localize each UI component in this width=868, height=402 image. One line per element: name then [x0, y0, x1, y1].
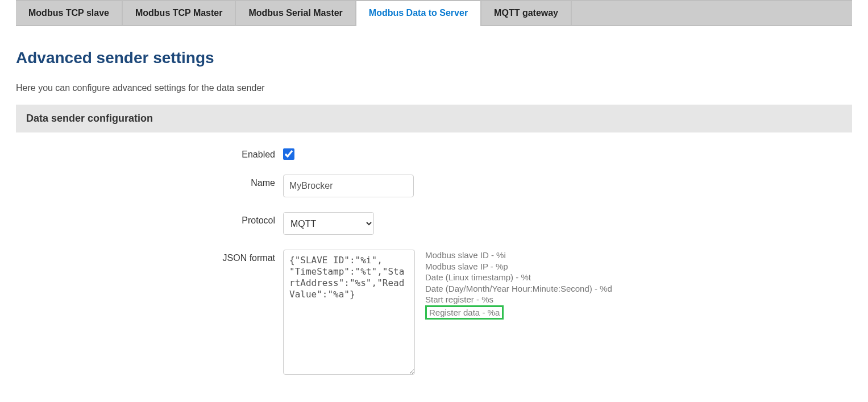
tab-modbus-tcp-slave[interactable]: Modbus TCP slave — [16, 1, 123, 25]
tab-strip: Modbus TCP slave Modbus TCP Master Modbu… — [16, 0, 852, 26]
page-title: Advanced sender settings — [16, 49, 852, 67]
tab-mqtt-gateway[interactable]: MQTT gateway — [481, 1, 572, 25]
hint-start-reg: Start register - %s — [425, 294, 612, 305]
json-format-textarea[interactable] — [283, 250, 415, 375]
tab-modbus-tcp-master[interactable]: Modbus TCP Master — [123, 1, 236, 25]
hint-slave-ip: Modbus slave IP - %p — [425, 261, 612, 272]
hint-slave-id: Modbus slave ID - %i — [425, 250, 612, 261]
name-label: Name — [16, 175, 283, 188]
tab-spacer — [572, 1, 852, 25]
enabled-checkbox[interactable] — [283, 148, 294, 160]
page-description: Here you can configure advanced settings… — [16, 83, 852, 93]
row-protocol: Protocol MQTT — [16, 212, 852, 235]
protocol-select[interactable]: MQTT — [283, 212, 374, 235]
json-format-hints: Modbus slave ID - %i Modbus slave IP - %… — [425, 250, 612, 320]
json-format-label: JSON format — [16, 250, 283, 263]
name-input[interactable] — [283, 175, 414, 197]
row-enabled: Enabled — [16, 146, 852, 160]
enabled-label: Enabled — [16, 146, 283, 160]
protocol-label: Protocol — [16, 212, 283, 226]
tab-modbus-data-to-server[interactable]: Modbus Data to Server — [356, 1, 481, 26]
row-json-format: JSON format Modbus slave ID - %i Modbus … — [16, 250, 852, 375]
hint-date-unix: Date (Linux timestamp) - %t — [425, 272, 612, 283]
section-header: Data sender configuration — [16, 105, 852, 132]
tab-modbus-serial-master[interactable]: Modbus Serial Master — [236, 1, 356, 25]
hint-date-human: Date (Day/Month/Year Hour:Minute:Second)… — [425, 283, 612, 295]
hint-register-data: Register data - %a — [425, 305, 504, 320]
row-name: Name — [16, 175, 852, 197]
